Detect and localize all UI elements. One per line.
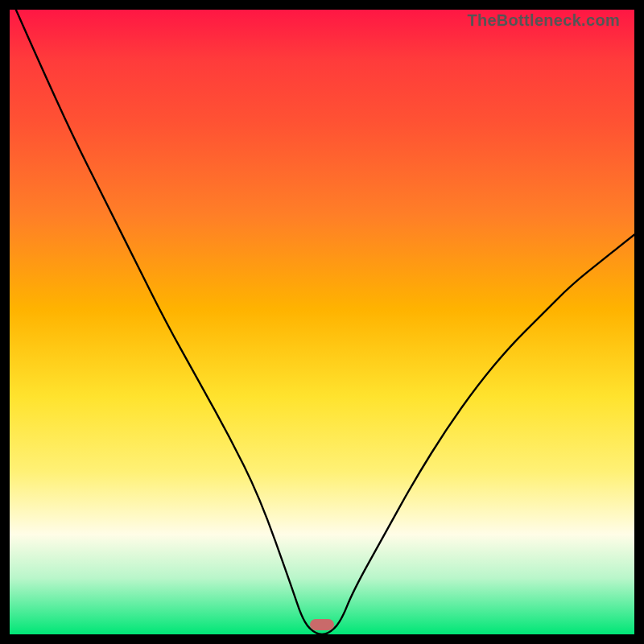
optimum-marker [310,619,334,630]
chart-stage: TheBottleneck.com [0,0,644,644]
bottleneck-curve [10,10,634,634]
plot-area: TheBottleneck.com [10,10,634,634]
